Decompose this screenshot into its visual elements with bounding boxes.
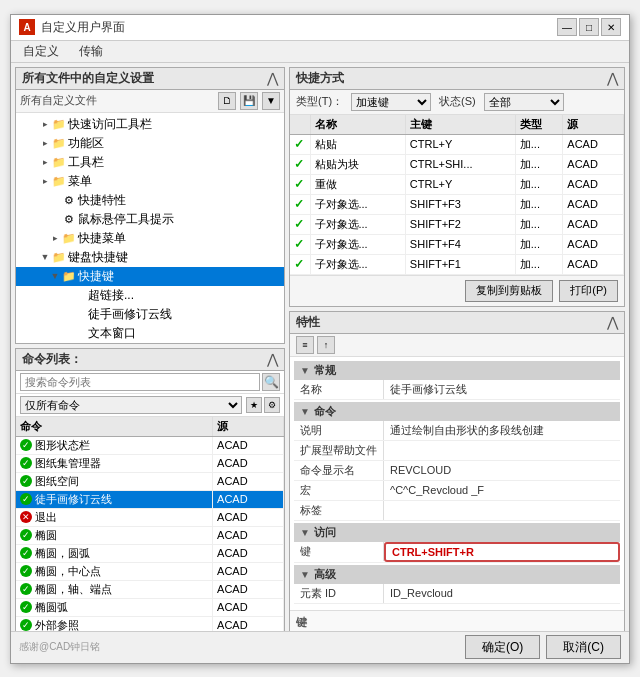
tree-item[interactable]: ⚙ 鼠标悬停工具提示 <box>16 210 284 229</box>
table-row[interactable]: ✓椭圆弧ACAD <box>16 598 284 616</box>
tree-item[interactable]: ▼ 📁 键盘快捷键 <box>16 248 284 267</box>
filter-options-btn[interactable]: ⚙ <box>264 397 280 413</box>
cmd-name-cell: ✓椭圆，中心点 <box>16 562 213 580</box>
tree-item-icon: ⚙ <box>62 193 76 207</box>
shortcut-check-cell: ✓ <box>290 174 310 194</box>
props-btn-1[interactable]: ≡ <box>296 336 314 354</box>
table-row[interactable]: ✓子对象选...SHIFT+F3加...ACAD <box>290 194 624 214</box>
cancel-button[interactable]: 取消(C) <box>546 635 621 659</box>
status-select[interactable]: 全部 <box>484 93 564 111</box>
watermark: 感谢@CAD钟日铭 <box>19 640 100 654</box>
cmd-name-cell: ✓图纸空间 <box>16 472 213 490</box>
tree-item[interactable]: ▸ 📁 快速访问工具栏 <box>16 115 284 134</box>
table-row[interactable]: ✓图纸空间ACAD <box>16 472 284 490</box>
cmd-name-cell: ✕退出 <box>16 508 213 526</box>
section-toggle-icon[interactable]: ▼ <box>300 406 310 417</box>
table-row[interactable]: ✓徒手画修订云线ACAD <box>16 490 284 508</box>
tree-item-icon: 📁 <box>52 117 66 131</box>
filter-star-btn[interactable]: ★ <box>246 397 262 413</box>
shortcut-type-cell: 加... <box>515 134 563 154</box>
tree-options-btn[interactable]: ▼ <box>262 92 280 110</box>
properties-collapse[interactable]: ⋀ <box>607 314 618 330</box>
props-value[interactable]: CTRL+SHIFT+R <box>384 542 620 562</box>
close-button[interactable]: ✕ <box>601 18 621 36</box>
search-input[interactable] <box>20 373 260 391</box>
table-row[interactable]: ✓图形状态栏ACAD <box>16 436 284 454</box>
tree-item[interactable]: 超链接... <box>16 286 284 305</box>
menu-item-transfer[interactable]: 传输 <box>75 42 107 61</box>
shortcut-actions: 复制到剪贴板 打印(P) <box>290 275 624 306</box>
maximize-button[interactable]: □ <box>579 18 599 36</box>
props-value <box>384 508 620 512</box>
menu-item-customize[interactable]: 自定义 <box>19 42 63 61</box>
section-toggle-icon[interactable]: ▼ <box>300 569 310 580</box>
tree-item[interactable]: 文本窗口 <box>16 324 284 343</box>
tree-item[interactable]: ⚙ 快捷特性 <box>16 191 284 210</box>
props-section: ▼命令说明通过绘制自由形状的多段线创建扩展型帮助文件命令显示名REVCLOUD宏… <box>294 402 620 521</box>
tree-item[interactable]: ▸ 📁 功能区 <box>16 134 284 153</box>
cmd-filter-select[interactable]: 仅所有命令 <box>20 396 242 414</box>
table-row[interactable]: ✓椭圆，中心点ACAD <box>16 562 284 580</box>
table-row[interactable]: ✕退出ACAD <box>16 508 284 526</box>
table-row[interactable]: ✓子对象选...SHIFT+F2加...ACAD <box>290 214 624 234</box>
shortcut-name-cell: 子对象选... <box>310 254 405 274</box>
table-row[interactable]: ✓椭圆，圆弧ACAD <box>16 544 284 562</box>
search-button[interactable]: 🔍 <box>262 373 280 391</box>
tree-item[interactable]: ▸ 📁 工具栏 <box>16 153 284 172</box>
cmd-name-cell: ✓椭圆，轴、端点 <box>16 580 213 598</box>
props-btn-2[interactable]: ↑ <box>317 336 335 354</box>
green-status-icon: ✓ <box>20 619 32 631</box>
tree-item[interactable]: 徒手画修订云线 <box>16 305 284 324</box>
window-title: 自定义用户界面 <box>41 19 125 36</box>
tree-save-btn[interactable]: 💾 <box>240 92 258 110</box>
table-row[interactable]: ✓粘贴CTRL+Y加...ACAD <box>290 134 624 154</box>
check-mark-icon: ✓ <box>294 197 304 211</box>
cmd-name: 椭圆弧 <box>35 600 68 615</box>
status-label: 状态(S) <box>439 94 476 109</box>
shortcut-name-cell: 子对象选... <box>310 234 405 254</box>
tree-item-label: 超链接... <box>88 287 134 304</box>
shortcut-check-cell: ✓ <box>290 254 310 274</box>
cmd-name: 图纸空间 <box>35 474 79 489</box>
props-row: 名称徒手画修订云线 <box>294 380 620 400</box>
table-row[interactable]: ✓图纸集管理器ACAD <box>16 454 284 472</box>
shortcut-name-cell: 粘贴为块 <box>310 154 405 174</box>
table-row[interactable]: ✓子对象选...SHIFT+F4加...ACAD <box>290 234 624 254</box>
shortcuts-toolbar: 类型(T)： 加速键 状态(S) 全部 <box>290 90 624 115</box>
table-row[interactable]: ✓外部参照ACAD <box>16 616 284 631</box>
tree-item[interactable]: ▼ 📁 快捷键 <box>16 267 284 286</box>
cmd-table: 命令源✓图形状态栏ACAD✓图纸集管理器ACAD✓图纸空间ACAD✓徒手画修订云… <box>16 417 284 631</box>
table-row[interactable]: ✓重做CTRL+Y加...ACAD <box>290 174 624 194</box>
main-window: A 自定义用户界面 — □ ✕ 自定义 传输 所有文件中的自定义设置 ⋀ 所有自… <box>10 14 630 664</box>
title-bar: A 自定义用户界面 — □ ✕ <box>11 15 629 41</box>
commands-panel: 命令列表： ⋀ 🔍 仅所有命令 ★ ⚙ 命令源✓图形状态栏ACAD✓图 <box>15 348 285 631</box>
tree-expand-icon <box>58 326 72 340</box>
props-row: 命令显示名REVCLOUD <box>294 461 620 481</box>
shortcut-check-cell: ✓ <box>290 194 310 214</box>
shortcut-key-cell: SHIFT+F4 <box>405 234 515 254</box>
table-row[interactable]: ✓粘贴为块CTRL+SHI...加...ACAD <box>290 154 624 174</box>
table-row[interactable]: ✓椭圆，轴、端点ACAD <box>16 580 284 598</box>
tree-new-btn[interactable]: 🗋 <box>218 92 236 110</box>
customizations-collapse[interactable]: ⋀ <box>267 70 278 86</box>
props-label: 命令显示名 <box>294 461 384 480</box>
commands-collapse[interactable]: ⋀ <box>267 351 278 367</box>
tree-item[interactable]: ▸ 📁 快捷菜单 <box>16 229 284 248</box>
shortcut-col-header: 主键 <box>405 115 515 135</box>
print-btn[interactable]: 打印(P) <box>559 280 618 302</box>
tree-item-label: 菜单 <box>68 173 92 190</box>
table-row[interactable]: ✓子对象选...SHIFT+F1加...ACAD <box>290 254 624 274</box>
props-section: ▼访问键CTRL+SHIFT+R <box>294 523 620 563</box>
shortcut-name-cell: 重做 <box>310 174 405 194</box>
copy-to-clipboard-btn[interactable]: 复制到剪贴板 <box>465 280 553 302</box>
tree-item-label: 文本窗口 <box>88 325 136 342</box>
section-toggle-icon[interactable]: ▼ <box>300 527 310 538</box>
type-select[interactable]: 加速键 <box>351 93 431 111</box>
shortcuts-collapse[interactable]: ⋀ <box>607 70 618 86</box>
table-row[interactable]: ✓椭圆ACAD <box>16 526 284 544</box>
minimize-button[interactable]: — <box>557 18 577 36</box>
props-row: 扩展型帮助文件 <box>294 441 620 461</box>
tree-item[interactable]: ▸ 📁 菜单 <box>16 172 284 191</box>
section-toggle-icon[interactable]: ▼ <box>300 365 310 376</box>
ok-button[interactable]: 确定(O) <box>465 635 540 659</box>
